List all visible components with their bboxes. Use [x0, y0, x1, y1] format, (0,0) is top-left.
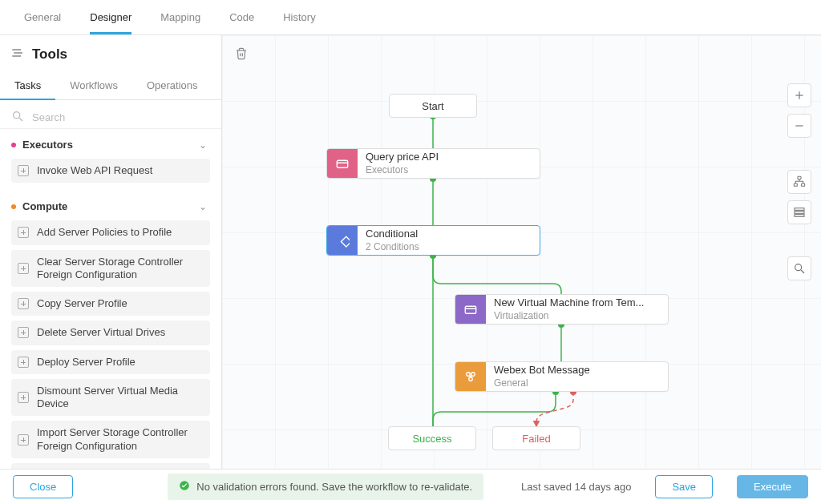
workflow-node[interactable]: Conditional 2 Conditions [326, 225, 540, 256]
group-name: Executors [22, 139, 73, 151]
plus-icon [18, 227, 29, 238]
dot-icon [11, 143, 16, 147]
task-item[interactable]: Invoke Web API Request [11, 159, 210, 183]
topnav-general[interactable]: General [10, 0, 75, 34]
save-button[interactable]: Save [655, 475, 713, 498]
task-item[interactable]: Add Server Policies to Profile [11, 220, 210, 244]
search-input[interactable] [32, 111, 210, 123]
task-label: Clear Server Storage Controller Foreign … [37, 256, 204, 282]
task-item[interactable]: Delete Server Virtual Drives [11, 321, 210, 345]
check-icon [179, 480, 190, 494]
execute-button[interactable]: Execute [737, 475, 808, 498]
task-label: Deploy Server Profile [37, 356, 135, 369]
node-title: New Virtual Machine from Tem... [494, 296, 660, 309]
trash-icon[interactable] [232, 43, 251, 67]
task-label: Add Server Policies to Profile [37, 226, 172, 239]
task-item[interactable]: Copy Server Profile [11, 292, 210, 316]
svg-rect-9 [794, 183, 797, 186]
plus-icon [18, 298, 29, 309]
node-type-icon [327, 149, 358, 178]
node-type-icon [455, 362, 486, 391]
sidebar-tab-tasks[interactable]: Tasks [0, 71, 55, 99]
task-label: Import Server Storage Controller Foreign… [37, 426, 204, 453]
group-header-executors[interactable]: Executors⌄ [11, 137, 210, 157]
svg-point-14 [795, 264, 802, 271]
task-item[interactable]: Clear Server Storage Controller Foreign … [11, 250, 210, 288]
workflow-canvas[interactable]: Start Query price API Executors Conditio… [222, 35, 821, 469]
task-item[interactable]: Deploy Server Profile [11, 350, 210, 374]
layout-list-icon[interactable] [787, 200, 811, 224]
plus-icon [18, 263, 29, 274]
dot-icon [11, 204, 16, 209]
node-type-icon [327, 226, 358, 255]
plus-icon [18, 327, 29, 338]
svg-rect-22 [337, 160, 348, 167]
sidebar: Tools Tasks Workflows Operations Executo… [0, 35, 222, 469]
svg-line-15 [801, 270, 804, 273]
zoom-in-icon[interactable] [787, 83, 811, 107]
svg-point-3 [14, 112, 20, 119]
hamburger-icon[interactable] [11, 46, 24, 62]
workflow-node[interactable]: Webex Bot Message General [455, 361, 669, 392]
task-label: Dismount Server Virtual Media Device [37, 385, 204, 411]
svg-rect-11 [795, 208, 804, 211]
workflow-node[interactable]: Query price API Executors [326, 148, 540, 179]
node-title: Query price API [366, 151, 532, 163]
task-item[interactable]: Dismount Server Virtual Media Device [11, 379, 210, 417]
svg-rect-24 [341, 236, 350, 247]
group-name: Compute [22, 200, 67, 212]
plus-icon [18, 357, 29, 368]
node-start[interactable]: Start [389, 94, 477, 118]
task-label: Invoke Web API Request [37, 164, 152, 177]
close-button[interactable]: Close [13, 475, 73, 498]
search-icon [11, 110, 24, 125]
chevron-down-icon: ⌄ [199, 201, 207, 212]
sidebar-tab-workflows[interactable]: Workflows [55, 71, 132, 99]
svg-rect-8 [798, 176, 801, 179]
plus-icon [18, 392, 29, 403]
topnav-code[interactable]: Code [215, 0, 269, 34]
node-success-label: Success [412, 433, 451, 445]
topnav-mapping[interactable]: Mapping [146, 0, 215, 34]
plus-icon [18, 434, 29, 446]
plus-icon [18, 165, 29, 176]
sidebar-title: Tools [32, 46, 67, 62]
top-nav: General Designer Mapping Code History [0, 0, 821, 35]
node-failed[interactable]: Failed [492, 426, 580, 450]
task-label: Copy Server Profile [37, 297, 127, 310]
validation-status: No validation errors found. Save the wor… [168, 474, 483, 500]
group-header-compute[interactable]: Compute⌄ [11, 199, 210, 219]
task-item[interactable]: Import Server Storage Controller Foreign… [11, 421, 210, 458]
node-type-icon [455, 295, 486, 324]
svg-line-4 [19, 118, 22, 121]
zoom-search-icon[interactable] [787, 256, 811, 280]
svg-rect-10 [802, 183, 805, 186]
svg-rect-13 [795, 215, 804, 217]
topnav-history[interactable]: History [269, 0, 330, 34]
topnav-designer[interactable]: Designer [75, 0, 146, 34]
svg-point-29 [469, 377, 473, 381]
node-subtitle: General [494, 377, 660, 389]
footer-bar: Close No validation errors found. Save t… [0, 469, 821, 504]
svg-rect-12 [795, 212, 804, 214]
node-start-label: Start [422, 100, 443, 112]
svg-rect-25 [465, 306, 476, 313]
node-title: Webex Bot Message [494, 364, 660, 377]
chevron-down-icon: ⌄ [199, 139, 207, 151]
last-saved-text: Last saved 14 days ago [521, 481, 631, 493]
layout-tree-icon[interactable] [787, 170, 811, 194]
task-label: Delete Server Virtual Drives [37, 326, 165, 339]
node-subtitle: Virtualization [494, 310, 660, 322]
node-subtitle: 2 Conditions [366, 241, 532, 253]
zoom-out-icon[interactable] [787, 114, 811, 138]
node-title: Conditional [366, 228, 532, 240]
workflow-node[interactable]: New Virtual Machine from Tem... Virtuali… [455, 294, 669, 325]
node-success[interactable]: Success [388, 426, 476, 450]
task-item[interactable]: Mount Server Virtual Media Device [11, 463, 210, 469]
node-subtitle: Executors [366, 164, 532, 176]
status-text: No validation errors found. Save the wor… [196, 481, 472, 493]
node-failed-label: Failed [522, 433, 550, 445]
sidebar-tab-operations[interactable]: Operations [132, 71, 212, 99]
